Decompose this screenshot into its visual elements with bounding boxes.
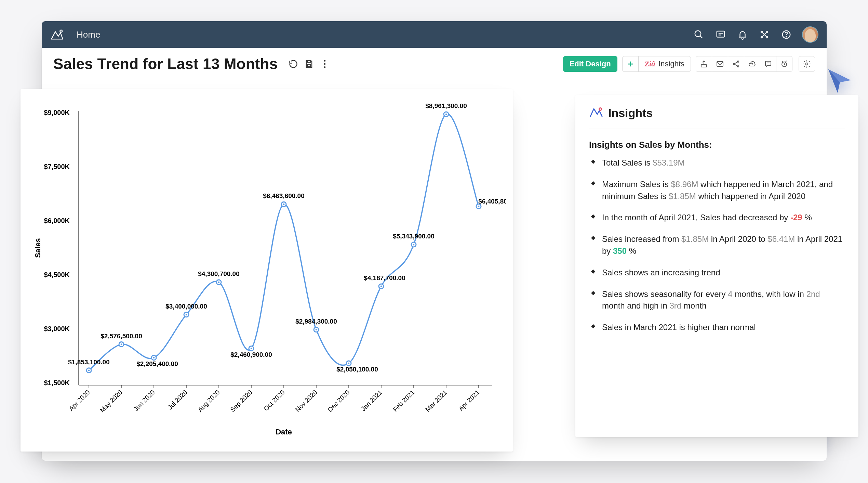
brand-glyph-icon <box>50 27 64 42</box>
svg-point-16 <box>324 66 326 68</box>
help-icon[interactable] <box>780 28 792 41</box>
insights-button-label: Insights <box>658 60 684 68</box>
svg-text:Mar 2021: Mar 2021 <box>424 389 449 413</box>
svg-point-85 <box>478 206 480 207</box>
comment-icon[interactable] <box>760 56 776 72</box>
svg-text:$2,050,100.00: $2,050,100.00 <box>336 366 378 373</box>
cursor-illustration <box>826 67 853 94</box>
zia-icon <box>589 106 603 120</box>
svg-text:Jul 2020: Jul 2020 <box>166 389 189 411</box>
insight-trend: Sales shows an increasing trend <box>589 267 845 288</box>
save-icon[interactable] <box>303 58 315 70</box>
svg-text:$6,000K: $6,000K <box>44 217 70 224</box>
svg-text:Apr 2021: Apr 2021 <box>457 389 481 412</box>
brand-logo[interactable] <box>50 27 64 42</box>
chart-area: $1,500K$3,000K$4,500K$6,000K$7,500K$9,00… <box>31 99 506 445</box>
svg-text:$5,343,900.00: $5,343,900.00 <box>393 233 435 240</box>
insight-increase: Sales increased from $1.85M in April 202… <box>589 233 845 267</box>
svg-point-77 <box>348 363 350 364</box>
svg-point-67 <box>186 314 187 316</box>
refresh-icon[interactable] <box>287 58 299 70</box>
alarm-icon[interactable] <box>776 56 792 72</box>
insights-title: Insights <box>589 106 845 129</box>
more-icon[interactable] <box>319 58 331 70</box>
svg-text:$6,405,800.00: $6,405,800.00 <box>478 198 506 205</box>
svg-text:$4,300,700.00: $4,300,700.00 <box>198 270 240 277</box>
svg-text:May 2020: May 2020 <box>98 389 124 414</box>
svg-point-63 <box>121 343 122 345</box>
svg-point-19 <box>733 63 735 65</box>
svg-point-2 <box>60 30 62 32</box>
insight-total: Total Sales is $53.19M <box>589 157 845 179</box>
insights-subtitle: Insights on Sales by Months: <box>589 140 845 150</box>
nav-home[interactable]: Home <box>77 29 100 40</box>
svg-point-73 <box>283 204 285 205</box>
title-row: Sales Trend for Last 13 Months Edit Desi… <box>42 48 827 79</box>
svg-point-75 <box>316 329 317 330</box>
svg-text:$1,853,100.00: $1,853,100.00 <box>68 358 110 366</box>
svg-rect-18 <box>717 62 723 66</box>
search-icon[interactable] <box>693 28 705 41</box>
insights-card: Insights Insights on Sales by Months: To… <box>575 95 858 437</box>
insights-title-text: Insights <box>608 106 653 120</box>
svg-point-69 <box>218 282 220 283</box>
svg-text:$8,961,300.00: $8,961,300.00 <box>425 102 467 109</box>
svg-point-83 <box>445 114 447 115</box>
svg-point-65 <box>153 357 155 358</box>
mail-icon[interactable] <box>712 56 728 72</box>
svg-text:Aug 2020: Aug 2020 <box>196 389 221 413</box>
insight-anomaly: Sales in March 2021 is higher than norma… <box>589 322 845 343</box>
svg-marker-0 <box>828 69 851 93</box>
page-title: Sales Trend for Last 13 Months <box>53 55 278 73</box>
svg-text:Sep 2020: Sep 2020 <box>229 389 253 413</box>
cloud-icon[interactable] <box>744 56 760 72</box>
svg-text:$4,500K: $4,500K <box>44 271 70 278</box>
svg-point-11 <box>786 36 787 37</box>
svg-text:$4,187,700.00: $4,187,700.00 <box>364 274 405 282</box>
bell-icon[interactable] <box>736 28 749 41</box>
user-avatar[interactable] <box>802 26 818 43</box>
svg-rect-13 <box>308 64 311 67</box>
export-icon[interactable] <box>696 56 712 72</box>
svg-point-20 <box>737 61 739 62</box>
svg-text:$2,460,900.00: $2,460,900.00 <box>230 351 272 358</box>
edit-design-button[interactable]: Edit Design <box>563 56 617 72</box>
tools-icon[interactable] <box>758 28 771 41</box>
svg-point-79 <box>380 286 382 287</box>
add-button[interactable] <box>622 56 639 72</box>
svg-text:Nov 2020: Nov 2020 <box>294 389 318 413</box>
svg-rect-5 <box>717 31 725 37</box>
zia-icon: Ziâ <box>645 60 655 68</box>
svg-point-23 <box>806 63 808 65</box>
insight-apr21: In the month of April 2021, Sales had de… <box>589 212 845 233</box>
svg-text:Feb 2021: Feb 2021 <box>391 389 416 413</box>
svg-text:Oct 2020: Oct 2020 <box>262 389 286 412</box>
svg-point-15 <box>324 63 326 65</box>
svg-text:$2,576,500.00: $2,576,500.00 <box>101 332 142 340</box>
topbar-actions <box>693 26 818 43</box>
svg-point-21 <box>737 66 739 67</box>
svg-text:$7,500K: $7,500K <box>44 163 70 170</box>
svg-point-81 <box>413 244 415 246</box>
svg-point-14 <box>324 60 326 62</box>
settings-icon[interactable] <box>799 56 815 72</box>
svg-point-99 <box>599 108 602 110</box>
svg-text:$3,400,000.00: $3,400,000.00 <box>165 303 207 310</box>
insight-max-min: Maximum Sales is $8.96M which happened i… <box>589 179 845 212</box>
svg-point-61 <box>88 370 90 371</box>
title-inline-actions <box>287 58 331 70</box>
chart-card: $1,500K$3,000K$4,500K$6,000K$7,500K$9,00… <box>21 89 513 452</box>
svg-text:Sales: Sales <box>34 238 42 258</box>
svg-text:$9,000K: $9,000K <box>44 109 70 116</box>
insights-button[interactable]: Ziâ Insights <box>638 56 691 72</box>
svg-text:Date: Date <box>276 428 292 436</box>
svg-text:$2,205,400.00: $2,205,400.00 <box>136 360 178 367</box>
insights-list: Total Sales is $53.19M Maximum Sales is … <box>589 157 845 343</box>
svg-rect-12 <box>308 61 311 63</box>
svg-text:$3,000K: $3,000K <box>44 325 70 332</box>
message-icon[interactable] <box>715 28 727 41</box>
svg-point-71 <box>251 348 252 349</box>
svg-text:Jan 2021: Jan 2021 <box>360 389 384 413</box>
share-icon[interactable] <box>728 56 744 72</box>
svg-text:Dec 2020: Dec 2020 <box>326 389 351 413</box>
